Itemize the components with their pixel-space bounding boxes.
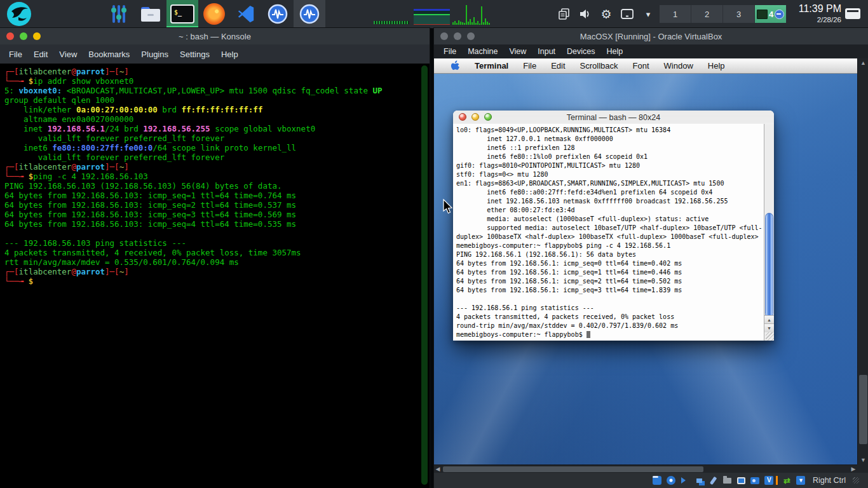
mac-menu-edit[interactable]: Edit <box>551 61 565 71</box>
terminal-launcher[interactable]: $_ <box>166 0 198 28</box>
host-key-label: Right Ctrl <box>813 476 846 485</box>
apple-logo-icon[interactable] <box>451 60 460 72</box>
vm-screen[interactable]: Terminal FileEditScrollbackFontWindowHel… <box>434 58 857 464</box>
terminal-line: 64 bytes from 192.168.56.103: icmp_seq=4… <box>4 219 430 229</box>
vbox-menu-view[interactable]: View <box>503 47 532 56</box>
parrot-menu-button[interactable] <box>6 1 32 27</box>
terminal-line: memebigboys-computer:~ flappybob$ <box>456 330 764 339</box>
terminal-line: ┌─[itlabcenter@parrot]─[~] <box>4 67 430 76</box>
vm-vertical-scrollbar[interactable]: ▲ ▼ <box>857 58 868 464</box>
close-button[interactable] <box>459 113 466 121</box>
mac-terminal-titlebar[interactable]: Terminal — bash — 80x24 <box>453 111 774 125</box>
zoom-button[interactable] <box>484 113 492 121</box>
recording-icon[interactable] <box>750 476 760 485</box>
mac-terminal-title: Terminal — bash — 80x24 <box>567 113 660 122</box>
minimize-button[interactable] <box>33 32 41 40</box>
terminal-line: memebigboys-computer:~ flappybob$ ping -… <box>456 241 764 250</box>
scroll-down-icon[interactable]: ▼ <box>858 457 868 463</box>
mouse-integration-icon[interactable]: ⇄ <box>782 476 792 485</box>
display-icon[interactable] <box>736 476 746 485</box>
workspace-number: 1 <box>673 10 677 19</box>
scrollbar-thumb[interactable] <box>443 466 703 472</box>
terminal-line: rtt min/avg/max/mdev = 0.535/0.601/0.764… <box>4 257 430 267</box>
minimize-button[interactable] <box>471 113 479 121</box>
konsole-menu-settings[interactable]: Settings <box>174 50 215 59</box>
mac-terminal-window[interactable]: Terminal — bash — 80x24 lo0: flags=8049<… <box>453 111 774 341</box>
clipboard-icon[interactable] <box>558 8 571 20</box>
audio-settings-launcher[interactable] <box>103 0 135 28</box>
shared-folders-icon[interactable] <box>722 476 732 485</box>
konsole-menu-file[interactable]: File <box>3 50 28 59</box>
konsole-menu-bookmarks[interactable]: Bookmarks <box>83 50 135 59</box>
maximize-button[interactable] <box>454 32 461 40</box>
workspace-2[interactable]: 2 <box>691 5 723 23</box>
scroll-up-button[interactable]: ▲ <box>764 315 774 324</box>
panel-clock[interactable]: 11:39 PM 2/28/26 <box>787 2 841 25</box>
scrollbar-thumb[interactable] <box>765 213 773 318</box>
system-monitor-launcher[interactable] <box>262 0 294 28</box>
scroll-down-button[interactable]: ▼ <box>764 323 774 332</box>
close-button[interactable] <box>440 32 448 40</box>
terminal-line: inet 192.168.56.103 netmask 0xffffff00 b… <box>456 197 764 206</box>
vscode-launcher[interactable] <box>230 0 262 28</box>
file-manager-launcher[interactable] <box>135 0 166 28</box>
vbox-titlebar[interactable]: MacOSX [Running] - Oracle VirtualBox <box>434 28 868 44</box>
scrollbar-thumb[interactable] <box>859 375 867 444</box>
terminal-line: --- 192.168.56.1 ping statistics --- <box>456 304 764 313</box>
optical-disc-icon[interactable] <box>667 476 676 485</box>
mac-terminal-scrollbar[interactable]: ▲ ▼ <box>764 124 774 341</box>
vbox-menu-help[interactable]: Help <box>601 47 629 56</box>
vbox-menu-machine[interactable]: Machine <box>462 47 503 56</box>
konsole-menu-view[interactable]: View <box>53 50 83 59</box>
cpu-graph[interactable] <box>374 21 409 24</box>
konsole-menu-plugins[interactable]: Plugins <box>135 50 174 59</box>
vbox-menu-devices[interactable]: Devices <box>561 47 600 56</box>
terminal-line: group default qlen 1000 <box>4 95 430 105</box>
resize-grip[interactable] <box>853 477 859 484</box>
keyboard-capture-icon[interactable]: ▼ <box>796 476 806 485</box>
konsole-menu-edit[interactable]: Edit <box>28 50 53 59</box>
features-icon[interactable]: V <box>764 476 774 485</box>
mac-menu-file[interactable]: File <box>523 61 536 71</box>
terminal-line: media: autoselect (1000baseT <full-duple… <box>456 215 764 224</box>
system-monitor-2-launcher[interactable] <box>294 0 325 28</box>
workspace-1[interactable]: 1 <box>660 5 691 23</box>
mac-menu-help[interactable]: Help <box>708 61 725 71</box>
vm-horizontal-scrollbar[interactable]: ◀ ▶ <box>434 464 857 473</box>
konsole-scrollbar[interactable] <box>421 65 428 485</box>
vbox-menubar: FileMachineViewInputDevicesHelp <box>434 44 868 58</box>
mac-terminal-body[interactable]: lo0: flags=8049<UP,LOOPBACK,RUNNING,MULT… <box>453 124 774 341</box>
terminal-line: 4 packets transmitted, 4 received, 0% pa… <box>4 248 430 257</box>
workspace-number: 4 <box>769 10 773 19</box>
konsole-titlebar[interactable]: ~ : bash — Konsole <box>0 28 430 44</box>
volume-icon[interactable] <box>579 8 592 20</box>
chevron-down-icon[interactable]: ▾ <box>642 8 654 20</box>
konsole-menu-help[interactable]: Help <box>215 50 244 59</box>
vbox-menu-file[interactable]: File <box>438 47 462 56</box>
mac-menu-window[interactable]: Window <box>664 61 693 71</box>
close-button[interactable] <box>6 32 14 40</box>
minimize-button[interactable] <box>467 32 475 40</box>
hard-disk-icon[interactable] <box>653 476 662 485</box>
workspace-4[interactable]: 4 <box>755 5 787 23</box>
resize-grip[interactable] <box>766 332 774 341</box>
settings-gear-icon[interactable]: ⚙ <box>600 8 613 20</box>
terminal-line <box>456 295 764 304</box>
network-graph[interactable] <box>452 5 492 25</box>
firefox-launcher[interactable] <box>198 0 230 28</box>
maximize-button[interactable] <box>20 32 27 40</box>
konsole-terminal-output[interactable]: ┌─[itlabcenter@parrot]─[~]└──╼ $ip addr … <box>0 64 430 488</box>
audio-icon[interactable] <box>681 476 690 485</box>
input-device-icon[interactable] <box>621 8 634 20</box>
vbox-menu-input[interactable]: Input <box>532 47 561 56</box>
mac-menu-font[interactable]: Font <box>633 61 649 71</box>
terminal-line: inet6 fe80::a00:27ff:fefd:e34d%en1 prefi… <box>456 188 764 197</box>
mac-menu-app[interactable]: Terminal <box>475 61 508 71</box>
workspace-3[interactable]: 3 <box>723 5 755 23</box>
usb-icon[interactable] <box>709 476 718 485</box>
mac-menu-scrollback[interactable]: Scrollback <box>580 61 618 71</box>
memory-graph[interactable] <box>414 9 450 25</box>
panel-toolbox-button[interactable] <box>845 7 862 21</box>
network-icon[interactable] <box>695 476 704 485</box>
scroll-up-icon[interactable]: ▲ <box>858 60 868 66</box>
